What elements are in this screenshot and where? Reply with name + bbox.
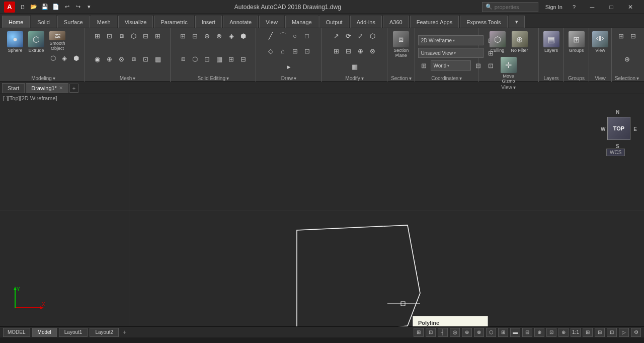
section-dropdown-arrow[interactable]: ▾: [409, 76, 412, 81]
tab-output[interactable]: Output: [319, 16, 349, 28]
iso-button[interactable]: ⊡: [607, 328, 617, 337]
no-filter-tool[interactable]: ⊕ No Filter: [510, 30, 530, 54]
mod-tool-5[interactable]: ⊞: [331, 46, 342, 57]
vp-button[interactable]: ⊞: [583, 328, 593, 337]
modeling-dropdown-arrow[interactable]: ▾: [53, 76, 55, 81]
tab-surface[interactable]: Surface: [57, 16, 90, 28]
open-button[interactable]: 📂: [29, 3, 38, 12]
settings-button[interactable]: ⚙: [631, 328, 641, 337]
world-dropdown[interactable]: World ▾: [431, 60, 471, 71]
tab-mesh[interactable]: Mesh: [91, 16, 117, 28]
se-tool-12[interactable]: ⊟: [238, 53, 249, 64]
se-tool-11[interactable]: ⊞: [226, 53, 237, 64]
tab-home[interactable]: Home: [2, 16, 30, 28]
se-tool-4[interactable]: ⊗: [214, 30, 225, 41]
mod-tool-6[interactable]: ⊟: [343, 46, 354, 57]
sel-tool-1[interactable]: ⊞: [615, 30, 626, 41]
view-group-arrow[interactable]: ▾: [513, 85, 516, 90]
section-plane-tool[interactable]: ⧈ SectionPlane: [391, 30, 411, 59]
maximize-button[interactable]: □: [602, 0, 621, 14]
tab-express[interactable]: Express Tools: [460, 16, 507, 28]
minimize-button[interactable]: ─: [583, 0, 602, 14]
tab-a360[interactable]: A360: [383, 16, 409, 28]
coord-tool-1[interactable]: ⊞: [418, 60, 429, 71]
mesh-tool-2[interactable]: ⊡: [104, 30, 115, 41]
tool-sm-3[interactable]: ⬢: [70, 52, 82, 63]
osnap-button[interactable]: ⊕: [462, 328, 472, 337]
tab-layout1[interactable]: Layout1: [59, 328, 88, 337]
mod-tool-2[interactable]: ⟳: [343, 30, 354, 41]
tp-button[interactable]: ⊟: [522, 328, 532, 337]
add-doc-tab-button[interactable]: +: [69, 84, 78, 93]
drawing-canvas[interactable]: [0, 94, 644, 326]
mesh-tool-9[interactable]: ⊗: [116, 53, 127, 64]
mod-tool-8[interactable]: ⊗: [367, 46, 378, 57]
mod-tool-1[interactable]: ↗: [331, 30, 342, 41]
close-button[interactable]: ✕: [621, 0, 640, 14]
doc-tab-start[interactable]: Start: [2, 83, 25, 93]
ducs-button[interactable]: ⬡: [486, 328, 496, 337]
smooth-object-tool[interactable]: ≋ SmoothObject: [47, 30, 67, 52]
snap-grid-button[interactable]: ⊞: [414, 328, 424, 337]
anm-button[interactable]: ▷: [619, 328, 629, 337]
draw-tool-3[interactable]: ○: [289, 30, 300, 41]
mesh-dropdown-arrow[interactable]: ▾: [133, 76, 135, 81]
sel-tool-2[interactable]: ⊟: [627, 30, 638, 41]
zoom-button[interactable]: 1:1: [571, 328, 581, 337]
mesh-tool-3[interactable]: ⧈: [116, 30, 127, 41]
mesh-tool-6[interactable]: ⊞: [152, 30, 164, 41]
draw-tool-2[interactable]: ⌒: [277, 30, 288, 41]
draw-tool-1[interactable]: ╱: [265, 30, 276, 41]
tab-layout2[interactable]: Layout2: [90, 328, 119, 337]
tab-solid[interactable]: Solid: [31, 16, 56, 28]
se-tool-6[interactable]: ⬢: [238, 30, 249, 41]
move-gizmo-tool[interactable]: ✛ MoveGizmo: [499, 56, 519, 85]
draw-tool-6[interactable]: ⌂: [277, 46, 288, 57]
draw-tool-7[interactable]: ⊞: [289, 46, 300, 57]
search-input[interactable]: [495, 4, 535, 10]
lw-button[interactable]: ▬: [510, 328, 520, 337]
se-tool-9[interactable]: ⊡: [202, 53, 213, 64]
tab-manage[interactable]: Manage: [285, 16, 318, 28]
viewport-header[interactable]: [-][Top][2D Wireframe]: [0, 94, 60, 102]
wcs-label[interactable]: WCS: [606, 149, 625, 156]
otrack-button[interactable]: ⊗: [474, 328, 484, 337]
save-button[interactable]: 💾: [40, 3, 49, 12]
polar-button[interactable]: ◎: [450, 328, 460, 337]
tab-insert[interactable]: Insert: [195, 16, 222, 28]
tab-visualize[interactable]: Visualize: [118, 16, 153, 28]
qp-button[interactable]: ⊕: [534, 328, 544, 337]
mesh-tool-7[interactable]: ◉: [92, 53, 103, 64]
tab-view[interactable]: View: [259, 16, 284, 28]
am-button[interactable]: ⊕: [558, 328, 569, 337]
saveas-button[interactable]: 📄: [51, 3, 60, 12]
hw-button[interactable]: ⊟: [595, 328, 605, 337]
tab-more[interactable]: ▾: [509, 16, 525, 28]
tool-sm-1[interactable]: ⬡: [47, 52, 58, 63]
tab-addins[interactable]: Add-ins: [350, 16, 382, 28]
polyline-shape[interactable]: [297, 225, 420, 326]
view-dropdown[interactable]: 2D Wireframe ▾: [418, 35, 484, 45]
drawing1-close-icon[interactable]: ✕: [59, 85, 63, 91]
groups-tool[interactable]: ⊞ Groups: [567, 30, 587, 54]
new-button[interactable]: 🗋: [18, 3, 27, 12]
tab-featured[interactable]: Featured Apps: [410, 16, 459, 28]
sphere-tool[interactable]: ● Sphere: [5, 30, 25, 54]
help-button[interactable]: ?: [570, 3, 579, 11]
mesh-tool-12[interactable]: ▦: [152, 53, 164, 64]
tab-parametric[interactable]: Parametric: [154, 16, 194, 28]
draw-dropdown-arrow[interactable]: ▾: [294, 76, 296, 81]
ortho-button[interactable]: ┤: [438, 328, 448, 337]
draw-tool-5[interactable]: ◇: [265, 46, 276, 57]
view-button-tool[interactable]: 👁 View: [590, 30, 610, 54]
mesh-tool-10[interactable]: ⧈: [128, 53, 139, 64]
se-tool-2[interactable]: ⊟: [190, 30, 201, 41]
mesh-tool-5[interactable]: ⊟: [140, 30, 151, 41]
draw-tool-4[interactable]: □: [301, 30, 312, 41]
se-tool-3[interactable]: ⊕: [202, 30, 213, 41]
tab-annotate[interactable]: Annotate: [223, 16, 258, 28]
se-tool-7[interactable]: ⧈: [178, 53, 189, 64]
mesh-tool-11[interactable]: ⊡: [140, 53, 151, 64]
undo-button[interactable]: ↩: [62, 3, 71, 12]
se-dropdown-arrow[interactable]: ▾: [226, 76, 229, 81]
